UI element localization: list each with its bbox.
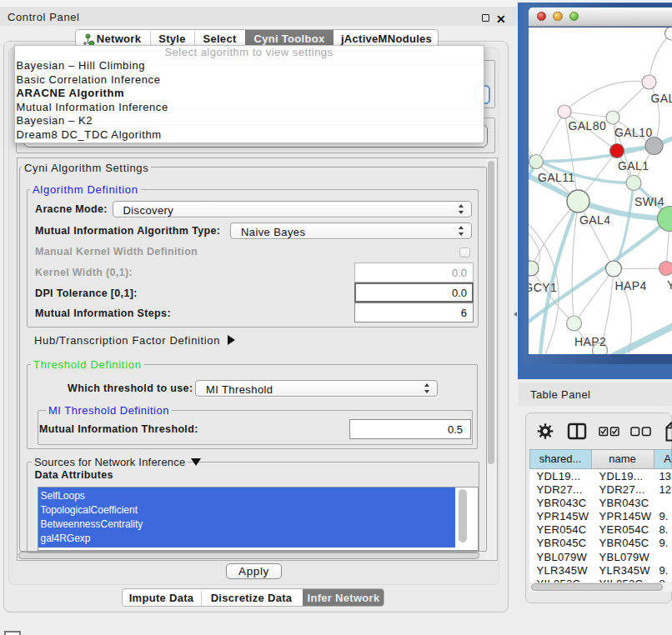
- svg-text:SWI4: SWI4: [634, 194, 664, 208]
- svg-text:HAP4: HAP4: [615, 279, 647, 292]
- svg-text:GAL4: GAL4: [579, 212, 610, 226]
- svg-text:GAL7: GAL7: [651, 92, 672, 105]
- svg-text:GAL1: GAL1: [618, 158, 649, 172]
- svg-text:GCY1: GCY1: [529, 281, 557, 294]
- svg-text:HAP2: HAP2: [574, 335, 606, 348]
- svg-text:GAL10: GAL10: [614, 125, 653, 138]
- svg-text:GAL80: GAL80: [569, 118, 607, 132]
- svg-text:Y: Y: [667, 278, 672, 291]
- svg-text:GAL11: GAL11: [538, 170, 575, 183]
